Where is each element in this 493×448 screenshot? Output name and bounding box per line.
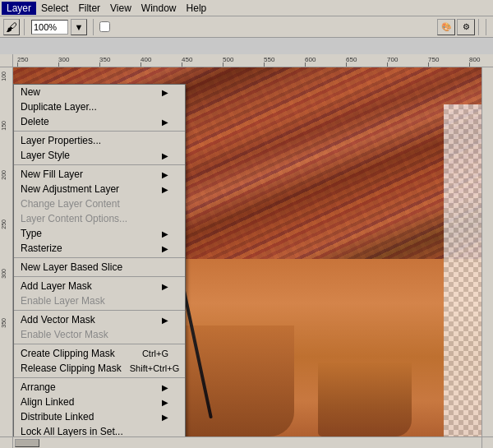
secondary-toolbar: 🖌 ▼ 🎨 ⚙ <box>0 16 493 38</box>
menu-separator <box>14 377 185 378</box>
scrollbar-corner <box>0 436 13 448</box>
menu-item-new-adjustment-layer[interactable]: New Adjustment Layer▶ <box>14 182 185 196</box>
menu-item-help[interactable]: Help <box>182 2 212 15</box>
menu-item-layer-content-options-[interactable]: Layer Content Options... <box>14 211 185 226</box>
menu-item-duplicate-layer-[interactable]: Duplicate Layer... <box>14 99 185 114</box>
options-icon[interactable]: ⚙ <box>457 19 475 35</box>
menu-separator <box>14 344 185 344</box>
canvas-container: const d = JSON.parse(document.getElement… <box>0 54 493 448</box>
menu-item-view[interactable]: View <box>105 2 136 15</box>
menu-item-distribute-linked[interactable]: Distribute Linked▶ <box>14 409 185 424</box>
transparency-right <box>444 104 481 436</box>
horizontal-scrollbar[interactable] <box>13 436 481 448</box>
menu-item-window[interactable]: Window <box>136 2 182 15</box>
canvas-area[interactable]: const pd = JSON.parse(document.getElemen… <box>13 67 481 436</box>
menu-item-enable-vector-mask[interactable]: Enable Vector Mask <box>14 327 185 342</box>
brush-tool-icon[interactable]: 🖌 <box>3 19 20 35</box>
menu-item-align-linked[interactable]: Align Linked▶ <box>14 395 185 409</box>
menu-separator <box>14 164 185 165</box>
scrollbar-thumb[interactable] <box>15 439 39 447</box>
menu-item-new-fill-layer[interactable]: New Fill Layer▶ <box>14 167 185 182</box>
menu-separator <box>14 131 185 132</box>
menu-item-type[interactable]: Type▶ <box>14 226 185 241</box>
menu-separator <box>14 257 185 258</box>
right-foot <box>318 363 412 436</box>
menu-separator <box>14 276 185 277</box>
menu-item-enable-layer-mask[interactable]: Enable Layer Mask <box>14 293 185 308</box>
menu-item-change-layer-content[interactable]: Change Layer Content <box>14 196 185 211</box>
vertical-ruler: const vRuler = document.querySelector('.… <box>0 67 13 436</box>
layer-dropdown-menu: const pd = JSON.parse(document.getElemen… <box>13 84 186 436</box>
menu-item-layer-properties-[interactable]: Layer Properties... <box>14 133 185 148</box>
menu-item-rasterize[interactable]: Rasterize▶ <box>14 241 185 256</box>
erase-history-checkbox[interactable] <box>99 21 110 32</box>
menu-separator <box>14 310 185 311</box>
menu-item-add-vector-mask[interactable]: Add Vector Mask▶ <box>14 312 185 327</box>
menu-item-select[interactable]: Select <box>36 2 73 15</box>
menu-item-filter[interactable]: Filter <box>73 2 105 15</box>
menu-item-delete[interactable]: Delete▶ <box>14 114 185 129</box>
flow-icon[interactable]: ▼ <box>71 19 87 35</box>
menu-item-create-clipping-mask[interactable]: Create Clipping MaskCtrl+G <box>14 346 185 361</box>
ruler-row: const d = JSON.parse(document.getElement… <box>0 54 493 67</box>
menu-item-layer-style[interactable]: Layer Style▶ <box>14 148 185 163</box>
canvas-row: const vRuler = document.querySelector('.… <box>0 67 493 436</box>
palette-icon[interactable]: 🎨 <box>437 19 455 35</box>
ruler-corner <box>0 54 13 67</box>
scrollbar-row <box>0 436 493 448</box>
vertical-scrollbar[interactable] <box>481 67 493 436</box>
scrollbar-v-corner <box>481 436 493 448</box>
menu-item-layer[interactable]: Layer <box>2 2 36 15</box>
flow-input[interactable] <box>31 20 68 35</box>
horizontal-ruler: const d = JSON.parse(document.getElement… <box>13 54 493 67</box>
menu-item-lock-all-layers-in-set-[interactable]: Lock All Layers in Set... <box>14 424 185 436</box>
menu-bar: const menuData = JSON.parse(document.get… <box>0 0 493 16</box>
menu-item-new[interactable]: New▶ <box>14 85 185 99</box>
menu-item-add-layer-mask[interactable]: Add Layer Mask▶ <box>14 279 185 293</box>
menu-item-arrange[interactable]: Arrange▶ <box>14 380 185 395</box>
menu-item-release-clipping-mask[interactable]: Release Clipping MaskShift+Ctrl+G <box>14 361 185 376</box>
menu-item-new-layer-based-slice[interactable]: New Layer Based Slice <box>14 260 185 275</box>
